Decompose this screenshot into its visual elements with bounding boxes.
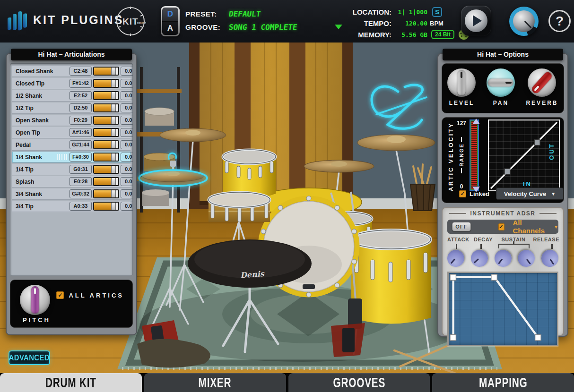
midi-note-box[interactable]: C2:48 bbox=[70, 67, 92, 76]
midi-note-box[interactable]: F#0:30 bbox=[70, 153, 92, 162]
adsr-channels-checkbox[interactable] bbox=[498, 223, 504, 230]
toggle-d-label[interactable]: D bbox=[162, 8, 178, 22]
db-value-box[interactable]: 0.0 dB bbox=[121, 153, 133, 162]
midi-note-box[interactable]: G#0:32 bbox=[70, 189, 92, 198]
play-button[interactable] bbox=[461, 6, 491, 36]
articulation-row[interactable]: Pedal G#1:44 0.0 dB bbox=[12, 139, 130, 151]
pan-knob[interactable]: PAN bbox=[487, 68, 515, 106]
checkbox-icon[interactable] bbox=[56, 291, 64, 299]
fader-handle[interactable] bbox=[111, 68, 116, 75]
pitch-knob[interactable] bbox=[20, 285, 50, 315]
articulation-row[interactable]: Closed Shank C2:48 0.0 dB bbox=[12, 66, 130, 77]
midi-note-box[interactable]: F#1:42 bbox=[70, 79, 92, 88]
midi-note-box[interactable]: G0:31 bbox=[70, 165, 92, 174]
db-value-box[interactable]: 0.0 dB bbox=[121, 177, 133, 186]
articulation-fader[interactable] bbox=[93, 91, 119, 100]
db-value-box[interactable]: 0.0 dB bbox=[121, 116, 133, 125]
midi-note-box[interactable]: F0:29 bbox=[70, 116, 92, 125]
tab-drum-kit[interactable]: DRUM KIT bbox=[0, 373, 142, 392]
articulation-fader[interactable] bbox=[93, 103, 119, 112]
velocity-curve-graph[interactable]: IN OUT bbox=[488, 119, 560, 191]
toggle-a-label[interactable]: A bbox=[162, 22, 178, 35]
midi-note-box[interactable]: E0:28 bbox=[70, 177, 92, 186]
articulation-fader[interactable] bbox=[93, 128, 119, 137]
tempo-value[interactable]: 120.00 bbox=[391, 20, 427, 27]
bit-depth-badge[interactable]: 24 Bit bbox=[431, 30, 454, 39]
fader-handle[interactable] bbox=[111, 153, 116, 161]
adsr-envelope-graph[interactable] bbox=[447, 272, 558, 346]
db-value-box[interactable]: 0.0 dB bbox=[121, 128, 133, 137]
fader-handle[interactable] bbox=[111, 178, 116, 185]
fader-handle[interactable] bbox=[111, 117, 116, 124]
release-knob[interactable] bbox=[538, 247, 562, 270]
linked-checkbox[interactable]: Linked bbox=[459, 190, 489, 197]
articulation-fader[interactable] bbox=[93, 79, 119, 88]
velocity-curve-dropdown[interactable]: Velocity Curve ▼ bbox=[496, 187, 564, 200]
db-value-box[interactable]: 0.0 dB bbox=[121, 202, 133, 211]
attack-knob[interactable] bbox=[444, 247, 468, 271]
advanced-button[interactable]: ADVANCED bbox=[9, 350, 50, 365]
preset-value[interactable]: DEFAULT bbox=[228, 9, 261, 18]
sustain-start-knob[interactable] bbox=[491, 247, 515, 271]
tab-mixer[interactable]: MIXER bbox=[144, 373, 286, 392]
midi-note-box[interactable]: G#1:44 bbox=[70, 140, 92, 149]
midi-note-box[interactable]: A#1:46 bbox=[70, 128, 92, 137]
crash-cymbal-left[interactable] bbox=[160, 128, 226, 142]
articulation-row[interactable]: 1/4 Tip G0:31 0.0 dB bbox=[12, 164, 130, 175]
articulation-fader[interactable] bbox=[93, 153, 119, 162]
articulation-row[interactable]: Closed Tip F#1:42 0.0 dB bbox=[12, 78, 130, 89]
help-button[interactable]: ? bbox=[548, 10, 571, 32]
articulation-fader[interactable] bbox=[93, 67, 119, 76]
fader-handle[interactable] bbox=[111, 190, 116, 197]
articulation-row[interactable]: Open Tip A#1:46 0.0 dB bbox=[12, 127, 130, 138]
dropdown-arrow-icon[interactable] bbox=[335, 25, 342, 29]
groove-value[interactable]: SONG 1 COMPLETE bbox=[228, 23, 298, 32]
decay-knob[interactable] bbox=[467, 247, 491, 271]
fader-handle[interactable] bbox=[111, 80, 116, 87]
adsr-channels-dropdown[interactable]: All Channels ▼ bbox=[513, 219, 559, 235]
master-volume-knob[interactable] bbox=[509, 7, 539, 36]
fader-handle[interactable] bbox=[111, 166, 116, 173]
articulation-fader[interactable] bbox=[93, 116, 119, 125]
articulation-row[interactable]: 3/4 Tip A0:33 0.0 dB bbox=[12, 201, 130, 212]
fader-handle[interactable] bbox=[111, 203, 116, 210]
range-top-handle[interactable] bbox=[472, 119, 480, 124]
articulation-row[interactable]: Splash E0:28 0.0 dB bbox=[12, 176, 130, 187]
articulation-row[interactable]: Open Shank F0:29 0.0 dB bbox=[12, 115, 130, 126]
articulation-fader[interactable] bbox=[93, 165, 119, 174]
db-value-box[interactable]: 0.0 dB bbox=[121, 91, 133, 100]
direct-ambient-toggle[interactable]: D A bbox=[161, 6, 180, 36]
midi-note-box[interactable]: A0:33 bbox=[70, 202, 92, 211]
ride-cymbal[interactable] bbox=[357, 135, 435, 151]
crash-cymbal-right[interactable] bbox=[304, 160, 374, 172]
db-value-box[interactable]: 0.0 dB bbox=[121, 140, 133, 149]
level-knob[interactable]: LEVEL bbox=[447, 68, 476, 106]
reverb-knob[interactable]: REVERB bbox=[526, 68, 558, 106]
articulation-row[interactable]: 3/4 Shank G#0:32 0.0 dB bbox=[12, 188, 130, 200]
checkbox-icon[interactable] bbox=[459, 190, 466, 197]
fader-handle[interactable] bbox=[111, 104, 116, 111]
articulation-row[interactable]: 1/2 Shank E2:52 0.0 dB bbox=[12, 90, 130, 102]
articulation-fader[interactable] bbox=[93, 140, 119, 149]
fader-handle[interactable] bbox=[111, 92, 116, 99]
articulation-row[interactable]: 1/2 Tip D2:50 0.0 dB bbox=[12, 102, 130, 114]
midi-note-box[interactable]: D2:50 bbox=[70, 103, 92, 112]
midi-note-box[interactable]: E2:52 bbox=[70, 91, 92, 100]
db-value-box[interactable]: 0.0 dB bbox=[121, 67, 133, 76]
solo-badge[interactable]: S bbox=[432, 7, 442, 17]
velocity-range-slider[interactable] bbox=[470, 119, 479, 191]
tab-grooves[interactable]: GROOVES bbox=[288, 373, 430, 392]
articulation-fader[interactable] bbox=[93, 189, 119, 198]
db-value-box[interactable]: 0.0 dB bbox=[121, 165, 133, 174]
articulation-fader[interactable] bbox=[93, 202, 119, 211]
fader-handle[interactable] bbox=[111, 141, 116, 148]
db-value-box[interactable]: 0.0 dB bbox=[121, 79, 133, 88]
articulation-row[interactable]: 1/4 Shank F#0:30 0.0 dB bbox=[12, 152, 130, 163]
adsr-off-button[interactable]: OFF bbox=[452, 222, 471, 231]
db-value-box[interactable]: 0.0 dB bbox=[121, 103, 133, 112]
sustain-end-knob[interactable] bbox=[514, 247, 539, 271]
fader-handle[interactable] bbox=[111, 129, 116, 136]
db-value-box[interactable]: 0.0 dB bbox=[121, 189, 133, 198]
articulation-fader[interactable] bbox=[93, 177, 119, 186]
snare-drum[interactable] bbox=[209, 192, 270, 222]
